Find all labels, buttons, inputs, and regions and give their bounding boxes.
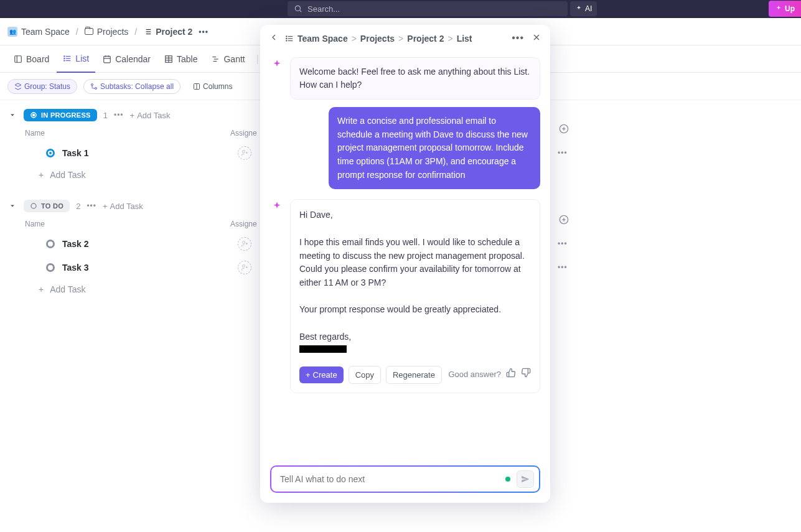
group-more-icon[interactable]: •••	[87, 202, 96, 210]
sparkle-icon	[272, 59, 282, 69]
ai-crumb-view[interactable]: List	[457, 34, 472, 44]
board-icon	[14, 55, 22, 63]
status-indicator-icon	[505, 477, 510, 482]
status-icon	[30, 111, 37, 119]
ai-prompt-input[interactable]	[270, 465, 540, 493]
tab-gantt-label: Gantt	[223, 54, 245, 64]
ai-avatar-icon	[270, 199, 284, 213]
tab-gantt[interactable]: Gantt	[205, 45, 251, 73]
crumb-folder[interactable]: Projects	[85, 27, 129, 37]
collapse-toggle[interactable]	[7, 201, 17, 211]
status-label: IN PROGRESS	[41, 111, 91, 119]
add-task-label: Add Task	[137, 111, 170, 120]
svg-point-15	[64, 60, 65, 60]
columns-button[interactable]: Columns	[187, 80, 238, 93]
tab-calendar[interactable]: Calendar	[96, 45, 157, 73]
group-add-task[interactable]: + Add Task	[103, 202, 143, 211]
tab-calendar-label: Calendar	[115, 54, 151, 64]
tab-table[interactable]: Table	[158, 45, 204, 73]
ai-crumb-space[interactable]: Team Space	[297, 34, 348, 44]
subtasks-chip[interactable]: Subtasks: Collapse all	[83, 79, 180, 94]
more-icon[interactable]: •••	[199, 27, 208, 36]
add-column-icon[interactable]	[559, 215, 569, 227]
thumbs-down-button[interactable]	[521, 368, 531, 381]
separator: >	[447, 34, 452, 44]
ai-avatar-icon	[270, 57, 284, 71]
crumb-list[interactable]: Project 2	[143, 27, 192, 37]
more-icon[interactable]: •••	[512, 32, 524, 45]
thumbs-up-button[interactable]	[506, 368, 516, 381]
svg-point-0	[295, 6, 300, 11]
email-body: Your prompt response would be greatly ap…	[299, 303, 531, 317]
send-icon	[521, 475, 530, 483]
status-pill-inprogress[interactable]: IN PROGRESS	[24, 109, 97, 121]
email-actions: + Create Copy Regenerate Good answer?	[299, 366, 531, 384]
assignee-add-icon[interactable]	[238, 237, 251, 251]
copy-label: Copy	[355, 370, 374, 380]
upgrade-button[interactable]: Up	[769, 1, 801, 17]
plus-icon: +	[103, 202, 108, 211]
svg-point-13	[64, 55, 65, 56]
email-signoff: Best regards,	[299, 330, 531, 344]
svg-rect-16	[104, 56, 111, 63]
col-name: Name	[25, 129, 230, 138]
upgrade-label: Up	[785, 4, 795, 13]
svg-point-40	[243, 151, 245, 153]
close-button[interactable]	[532, 32, 541, 45]
tab-table-label: Table	[177, 54, 197, 64]
ai-label: AI	[585, 4, 592, 13]
crumb-space[interactable]: 👥 Team Space	[7, 27, 70, 37]
task-name: Task 3	[62, 263, 230, 273]
columns-icon	[193, 83, 200, 90]
ai-button[interactable]: AI	[570, 1, 597, 16]
back-button[interactable]	[269, 32, 279, 45]
svg-point-47	[243, 241, 245, 244]
svg-point-50	[243, 265, 245, 268]
copy-button[interactable]: Copy	[349, 366, 381, 384]
assignee-add-icon[interactable]	[238, 261, 251, 274]
group-chip[interactable]: Group: Status	[7, 79, 77, 94]
tab-board[interactable]: Board	[7, 45, 55, 73]
add-task-label: Add Task	[110, 202, 143, 211]
layers-icon	[14, 83, 22, 90]
status-dot-icon[interactable]	[46, 149, 55, 157]
svg-point-14	[64, 58, 65, 58]
svg-rect-8	[15, 55, 22, 62]
tab-list-label: List	[75, 54, 89, 63]
thumbs-up-icon	[506, 368, 516, 378]
ai-greeting-text: Welcome back! Feel free to ask me anythi…	[299, 67, 530, 90]
regenerate-button[interactable]: Regenerate	[386, 366, 442, 384]
separator: /	[76, 27, 78, 37]
create-button[interactable]: + Create	[299, 366, 344, 383]
group-more-icon[interactable]: •••	[114, 111, 124, 119]
ai-prompt-field[interactable]	[280, 474, 505, 484]
search-placeholder: Search...	[307, 4, 340, 14]
sparkle-icon	[775, 5, 782, 12]
add-column-icon[interactable]	[559, 124, 569, 136]
row-more-icon[interactable]: •••	[558, 149, 568, 157]
status-dot-icon[interactable]	[46, 263, 55, 272]
crumb-list-label: Project 2	[156, 27, 192, 37]
regenerate-label: Regenerate	[393, 370, 435, 380]
status-label: TO DO	[41, 202, 63, 210]
status-pill-todo[interactable]: TO DO	[24, 200, 70, 212]
row-more-icon[interactable]: •••	[558, 240, 568, 248]
svg-point-29	[95, 87, 97, 89]
ai-panel-header: Team Space > Projects > Project 2 > List…	[260, 25, 550, 52]
send-button[interactable]	[517, 470, 534, 488]
redacted-name	[299, 345, 347, 353]
ai-crumb-list[interactable]: Project 2	[407, 34, 444, 44]
user-prompt-text: Write a concise and professional email t…	[337, 116, 528, 180]
ai-crumb-folder[interactable]: Projects	[360, 34, 395, 44]
assignee-add-icon[interactable]	[238, 146, 251, 160]
row-more-icon[interactable]: •••	[558, 263, 568, 272]
search-input[interactable]: Search...	[288, 1, 568, 16]
create-label: Create	[313, 370, 337, 380]
status-dot-icon[interactable]	[46, 240, 55, 248]
group-add-task[interactable]: + Add Task	[130, 111, 171, 120]
calendar-icon	[103, 55, 111, 63]
tab-list[interactable]: List	[57, 45, 95, 73]
col-name: Name	[25, 220, 230, 228]
task-name: Task 1	[62, 148, 230, 158]
collapse-toggle[interactable]	[7, 110, 17, 120]
